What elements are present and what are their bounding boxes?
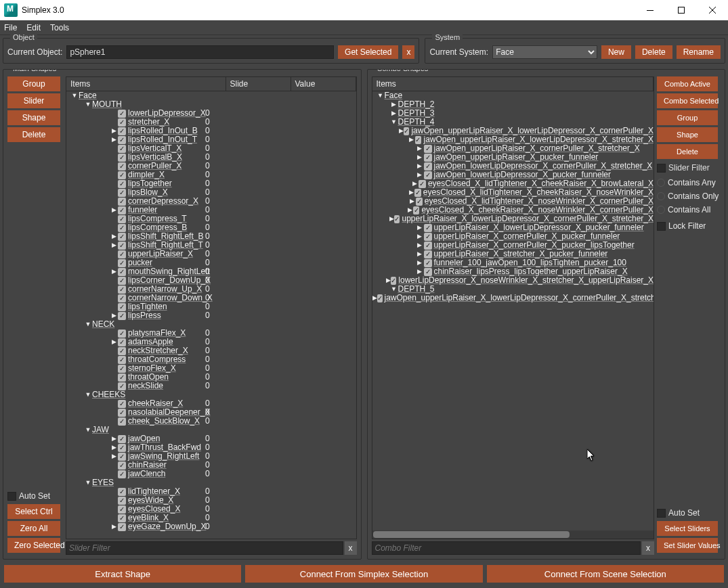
tree-item[interactable]: ▼CHEEKS [66, 390, 356, 399]
tree-item[interactable]: ▶✓lipsShift_RightLeft_T0 [66, 241, 356, 250]
tree-item[interactable]: ▶✓jawThrust_BackFwd0 [66, 443, 356, 452]
set-slider-values-button[interactable]: Set Slider Values [657, 538, 718, 553]
tree-item[interactable]: ✓lipsTogether0 [66, 179, 356, 188]
zero-selected-button[interactable]: Zero Selected [7, 538, 60, 553]
zero-all-button[interactable]: Zero All [7, 521, 60, 536]
connect-scene-button[interactable]: Connect From Scene Selection [487, 565, 724, 583]
window-minimize-button[interactable] [635, 0, 666, 20]
app-logo-icon [4, 3, 18, 17]
tree-item[interactable]: ✓pucker0 [66, 258, 356, 267]
tree-item[interactable]: ✓chinRaiser0 [66, 461, 356, 470]
tree-item[interactable]: ▼EYES [66, 478, 356, 487]
connect-simplex-button[interactable]: Connect From Simplex Selection [245, 565, 482, 583]
tree-item[interactable]: ✓dimpler_X0 [66, 171, 356, 179]
tree-item[interactable]: ✓nasolabialDeepener_X0 [66, 408, 356, 417]
get-selected-button[interactable]: Get Selected [338, 45, 398, 59]
tree-item[interactable]: ✓lipsCorner_DownUp_X0 [66, 276, 356, 285]
tree-item[interactable]: ✓lipsCompress_B0 [66, 223, 356, 232]
contains-any-radio[interactable]: Contains Any [657, 176, 721, 189]
tree-item[interactable]: ✓lipsBlow_X0 [66, 188, 356, 197]
new-system-button[interactable]: New [601, 45, 631, 59]
menubar: File Edit Tools [0, 20, 728, 35]
tree-item[interactable]: ▼JAW [66, 426, 356, 434]
slider-button[interactable]: Slider [7, 93, 60, 108]
tree-item[interactable]: ✓eyeBlink_X0 [66, 514, 356, 522]
slider-filter-clear-button[interactable]: x [345, 541, 357, 555]
combo-selected-button[interactable]: Combo Selected [657, 93, 718, 108]
tree-item[interactable]: ✓lipsVerticalB_X0 [66, 153, 356, 162]
tree-item[interactable]: ✓stretcher_X0 [66, 118, 356, 127]
tree-item[interactable]: ✓lowerLipDepressor_X0 [66, 109, 356, 118]
tree-item[interactable]: ▶✓eyeGaze_DownUp_X0 [66, 522, 356, 531]
current-object-label: Current Object: [7, 47, 62, 57]
rename-system-button[interactable]: Rename [677, 45, 721, 59]
combo-active-button[interactable]: Combo Active [657, 76, 718, 91]
current-object-input[interactable] [66, 45, 334, 59]
slider-filter-checkbox[interactable]: Slider Filter [657, 161, 721, 175]
tree-item[interactable]: ✓platysmaFlex_X0 [66, 329, 356, 338]
main-th-slide[interactable]: Slide [226, 77, 291, 91]
group-button[interactable]: Group [7, 76, 60, 91]
tree-item[interactable]: ✓cheek_SuckBlow_X0 [66, 417, 356, 426]
tree-item[interactable]: ✓throatOpen0 [66, 373, 356, 382]
tree-item[interactable]: ▼NECK [66, 320, 356, 329]
extract-shape-button[interactable]: Extract Shape [4, 565, 241, 583]
tree-item[interactable]: ✓lipsCompress_T0 [66, 214, 356, 223]
combo-filter-input[interactable] [372, 541, 641, 555]
lock-filter-checkbox[interactable]: Lock Filter [657, 219, 721, 233]
menu-tools[interactable]: Tools [50, 23, 69, 32]
current-system-select[interactable]: Face [492, 45, 597, 59]
menu-file[interactable]: File [4, 23, 17, 32]
combo-delete-button[interactable]: Delete [657, 144, 718, 159]
contains-only-radio[interactable]: Contains Only [657, 189, 721, 203]
select-ctrl-button[interactable]: Select Ctrl [7, 504, 60, 519]
slider-filter-input[interactable] [66, 541, 343, 555]
combo-th-items[interactable]: Items [372, 77, 654, 91]
select-sliders-button[interactable]: Select Sliders [657, 521, 718, 536]
tree-item[interactable]: ✓lipsTighten0 [66, 302, 356, 311]
main-th-value[interactable]: Value [291, 77, 356, 91]
combo-horizontal-scrollbar[interactable] [372, 530, 654, 539]
tree-item[interactable]: ▶✓adamsApple0 [66, 338, 356, 346]
combo-shape-button[interactable]: Shape [657, 127, 718, 142]
combo-filter-clear-button[interactable]: x [642, 541, 654, 555]
auto-set-checkbox[interactable]: Auto Set [7, 489, 63, 503]
tree-item[interactable]: ✓eyesClosed_X0 [66, 505, 356, 514]
main-shapes-tree[interactable]: Items Slide Value ▼Face▼MOUTH✓lowerLipDe… [66, 76, 357, 539]
tree-item[interactable]: ✓cheekRaiser_X0 [66, 399, 356, 408]
tree-item[interactable]: ✓cornerNarrow_Down_X0 [66, 294, 356, 302]
svg-rect-0 [647, 10, 654, 11]
menu-edit[interactable]: Edit [26, 23, 41, 32]
object-panel: Object Current Object: Get Selected x [3, 38, 419, 64]
tree-item[interactable]: ▶✓mouthSwing_RightLeft0 [66, 267, 356, 276]
tree-item[interactable]: ▶✓lipsRolled_InOut_B0 [66, 127, 356, 135]
main-shapes-side-buttons: Group Slider Shape Delete Auto Set Selec… [7, 76, 63, 555]
contains-all-radio[interactable]: Contains All [657, 203, 721, 217]
delete-system-button[interactable]: Delete [635, 45, 672, 59]
tree-item[interactable]: ✓lipsVerticalT_X0 [66, 144, 356, 153]
tree-item[interactable]: ▶✓funneler0 [66, 206, 356, 214]
tree-item[interactable]: ✓lidTightener_X0 [66, 487, 356, 496]
tree-item[interactable]: ✓upperLipRaiser_X0 [66, 250, 356, 258]
tree-item[interactable]: ▶✓lipsRolled_InOut_T0 [66, 135, 356, 144]
delete-shape-button[interactable]: Delete [7, 127, 60, 142]
tree-item[interactable]: ✓sternoFlex_X0 [66, 364, 356, 373]
tree-item[interactable]: ✓throatCompress0 [66, 355, 356, 364]
combo-auto-set-checkbox[interactable]: Auto Set [657, 506, 721, 520]
combo-shapes-tree[interactable]: Items ▼Face▶DEPTH_2▶DEPTH_3▼DEPTH_4▶✓jaw… [372, 76, 655, 539]
tree-item[interactable]: ▶✓jawOpen_upperLipRaiser_X_lowerLipDepre… [372, 294, 654, 302]
shape-button[interactable]: Shape [7, 110, 60, 125]
main-th-items[interactable]: Items [66, 77, 226, 91]
tree-item[interactable]: ✓eyesWide_X0 [66, 496, 356, 505]
tree-item[interactable]: ✓cornerPuller_X0 [66, 162, 356, 171]
tree-item[interactable]: ✓cornerDepressor_X0 [66, 197, 356, 206]
clear-object-button[interactable]: x [402, 45, 414, 59]
window-close-button[interactable] [697, 0, 728, 20]
window-maximize-button[interactable] [666, 0, 697, 20]
tree-item[interactable]: ▶✓jawOpen0 [66, 434, 356, 443]
combo-group-button[interactable]: Group [657, 110, 718, 125]
tree-item[interactable]: ▶✓lipsShift_RightLeft_B0 [66, 232, 356, 241]
tree-item[interactable]: ✓neckStretcher_X0 [66, 346, 356, 355]
tree-item[interactable]: ▼MOUTH [66, 100, 356, 109]
tree-item[interactable]: ▶✓jawSwing_RightLeft0 [66, 452, 356, 461]
